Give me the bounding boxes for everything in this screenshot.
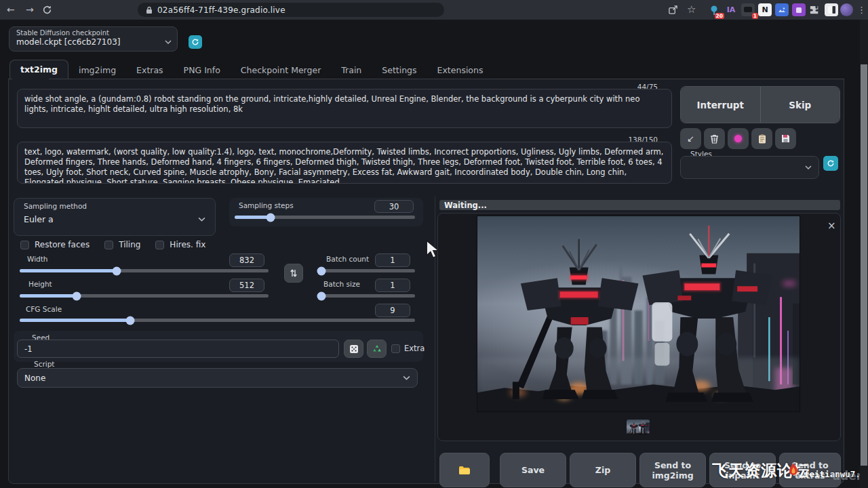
cfg-scale-input[interactable] (375, 304, 410, 317)
reuse-seed-button[interactable] (367, 340, 387, 358)
restore-faces-label: Restore faces (35, 240, 90, 249)
cfg-scale-label: CFG Scale (26, 305, 62, 313)
tab-png-info[interactable]: PNG Info (174, 61, 231, 79)
prompt-input[interactable]: wide shot angle, a (gundam:0.8) robot st… (17, 89, 672, 128)
negative-prompt-input[interactable]: text, logo, watermark, (worst quality, l… (17, 142, 672, 184)
back-icon[interactable]: ← (7, 0, 15, 20)
share-icon[interactable] (668, 5, 678, 18)
batch-count-input[interactable] (375, 253, 410, 267)
cfg-scale-slider[interactable] (20, 319, 415, 322)
forward-icon[interactable]: → (26, 0, 34, 20)
toggles-row: Restore faces Tiling Hires. fix (20, 240, 205, 249)
profile-avatar[interactable] (840, 3, 853, 16)
skip-button[interactable]: Skip (760, 87, 840, 123)
zip-button[interactable]: Zip (570, 453, 636, 487)
address-bar[interactable]: 02a56ff4-71ff-439e.gradio.live (138, 3, 444, 17)
send-to-img2img-button[interactable]: Send to img2img (639, 453, 706, 487)
save-button[interactable]: Save (500, 453, 566, 487)
checkpoint-refresh-button[interactable] (189, 35, 202, 49)
checkbox-icon (391, 344, 400, 353)
browser-menu-icon[interactable]: ⋮ (857, 0, 866, 20)
chevron-down-icon (805, 165, 812, 169)
extra-networks-button[interactable] (728, 128, 749, 149)
open-folder-button[interactable] (439, 453, 490, 487)
height-slider[interactable] (20, 294, 269, 298)
tab-train[interactable]: Train (331, 61, 372, 79)
tab-settings[interactable]: Settings (372, 61, 427, 79)
ext-panel-icon[interactable] (825, 3, 838, 16)
reload-icon[interactable] (42, 5, 52, 18)
batch-count-slider[interactable] (317, 269, 415, 272)
column-divider (435, 197, 435, 481)
generated-image[interactable] (477, 216, 800, 412)
sampling-method-value: Euler a (24, 214, 54, 224)
progress-text: Waiting... (444, 201, 487, 210)
chevron-down-icon (198, 217, 205, 222)
thumbnail-image (627, 420, 650, 435)
hires-fix-checkbox[interactable]: Hires. fix (155, 240, 205, 249)
ext-ia-icon[interactable]: IA (724, 3, 738, 16)
clear-prompt-button[interactable] (704, 128, 725, 149)
batch-size-input[interactable] (375, 279, 410, 292)
sampling-steps-input[interactable] (374, 200, 414, 213)
batch-size-slider[interactable] (317, 294, 415, 298)
checkpoint-dropdown[interactable]: model.ckpt [cc6cb27103] (16, 37, 172, 47)
tab-extras[interactable]: Extras (126, 61, 174, 79)
interrupt-button[interactable]: Interrupt (681, 87, 760, 123)
refresh-icon (827, 159, 835, 167)
sampling-method-label: Sampling method (24, 202, 215, 210)
sampling-method-block: Sampling method Euler a (14, 198, 216, 236)
url-text: 02a56ff4-71ff-439e.gradio.live (157, 5, 285, 15)
lock-icon (146, 6, 153, 14)
tiling-label: Tiling (119, 240, 140, 249)
sampling-steps-slider[interactable] (235, 216, 415, 219)
browser-toolbar: ← → 02a56ff4-71ff-439e.gradio.live ☆ 20 … (0, 0, 868, 20)
sampling-method-dropdown[interactable]: Euler a (14, 210, 215, 224)
gallery-thumbnail[interactable] (627, 420, 650, 435)
recycle-icon (372, 344, 382, 353)
floppy-save-icon (781, 134, 790, 143)
styles-dropdown[interactable] (680, 156, 819, 179)
progress-bar: Waiting... (439, 200, 840, 210)
script-label: Script (34, 360, 54, 368)
apply-styles-button[interactable] (751, 128, 772, 149)
arrow-down-left-icon: ↙ (687, 134, 694, 144)
ext-image-icon[interactable] (775, 3, 789, 16)
ext-chat-icon[interactable]: 1 (741, 3, 755, 16)
ext-purple-icon[interactable] (792, 3, 806, 16)
clipboard-icon (758, 134, 766, 144)
extra-seed-label: Extra (404, 344, 425, 353)
tab-checkpoint-merger[interactable]: Checkpoint Merger (231, 61, 331, 79)
width-label: Width (27, 255, 48, 263)
ext-pin-icon[interactable]: 20 (707, 3, 721, 16)
styles-refresh-button[interactable] (823, 156, 838, 171)
tab-extensions[interactable]: Extensions (427, 61, 494, 79)
generation-controls: Interrupt Skip (680, 86, 840, 123)
random-seed-button[interactable] (344, 340, 363, 358)
checkbox-icon (155, 241, 164, 249)
chevron-down-icon (403, 375, 410, 380)
width-input[interactable] (229, 253, 264, 267)
bookmark-star-icon[interactable]: ☆ (687, 0, 696, 20)
tiling-checkbox[interactable]: Tiling (104, 240, 140, 249)
mouse-cursor (425, 240, 441, 262)
height-input[interactable] (229, 279, 264, 292)
swap-dimensions-button[interactable] (284, 264, 303, 283)
restore-faces-checkbox[interactable]: Restore faces (20, 240, 90, 249)
width-slider[interactable] (20, 269, 269, 272)
tab-txt2img[interactable]: txt2img (9, 60, 68, 79)
ext-notion-icon[interactable]: N (758, 3, 772, 16)
extra-seed-checkbox[interactable]: Extra (391, 344, 425, 353)
extensions-puzzle-icon[interactable] (809, 4, 820, 18)
seed-input[interactable] (17, 340, 339, 358)
close-image-icon[interactable]: × (827, 220, 836, 232)
hires-fix-label: Hires. fix (170, 240, 205, 249)
script-dropdown[interactable]: None (17, 368, 418, 388)
tab-img2img[interactable]: img2img (68, 61, 126, 79)
save-style-button[interactable] (775, 128, 796, 149)
read-params-button[interactable]: ↙ (680, 128, 701, 149)
scrollbar-thumb[interactable] (861, 64, 867, 466)
checkpoint-value: model.ckpt [cc6cb27103] (16, 37, 120, 47)
tabs-divider (8, 79, 844, 79)
sampling-steps-label: Sampling steps (239, 201, 294, 209)
